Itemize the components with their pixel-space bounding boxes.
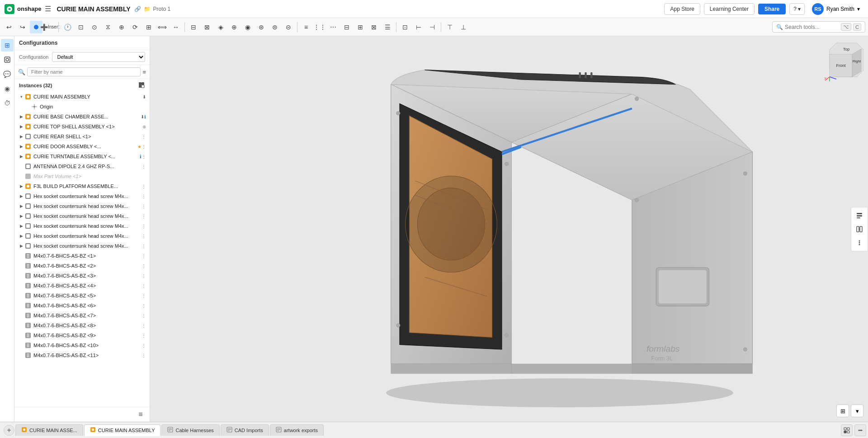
tree-item-bolt4[interactable]: M4x0.7-6-BHCS-AS-BZ <4> ⋮: [14, 281, 150, 291]
panel-btn-2[interactable]: [853, 223, 866, 235]
dots-bolt11[interactable]: ⋮: [142, 353, 146, 358]
bottom-btn-1[interactable]: [841, 424, 853, 436]
tool-btn-8[interactable]: ↔: [170, 21, 182, 33]
search-tools-input[interactable]: [785, 24, 839, 30]
clock-button[interactable]: 🕐: [61, 21, 74, 33]
dots-turntable[interactable]: ⋮: [142, 154, 146, 159]
dots-bolt5[interactable]: ⋮: [142, 293, 146, 298]
config-select[interactable]: Default: [52, 52, 145, 62]
tool-btn-27[interactable]: ⊤: [443, 21, 456, 33]
dots-bolt9[interactable]: ⋮: [142, 333, 146, 338]
tool-btn-13[interactable]: ◉: [241, 21, 254, 33]
dots-screw4[interactable]: ⋮: [142, 224, 146, 229]
tool-btn-2[interactable]: ⊙: [88, 21, 101, 33]
tool-btn-7[interactable]: ⟺: [156, 21, 169, 33]
tree-item-bolt11[interactable]: M4x0.7-6-BHCS-AS-BZ <11> ⋮: [14, 350, 150, 360]
history-sidebar-icon[interactable]: ⏱: [1, 97, 14, 109]
badge-gold-door[interactable]: ★: [137, 144, 142, 149]
dots-bolt8[interactable]: ⋮: [142, 323, 146, 328]
dots-bolt2[interactable]: ⋮: [142, 264, 146, 268]
tool-btn-3[interactable]: ⧖: [102, 21, 114, 33]
tree-item-bolt1[interactable]: M4x0.7-6-BHCS-AS-BZ <1> ⋮: [14, 251, 150, 261]
panel-btn-3[interactable]: [853, 236, 866, 249]
tool-btn-10[interactable]: ⊠: [201, 21, 213, 33]
tool-btn-20[interactable]: ⊟: [340, 21, 353, 33]
dots-antenna[interactable]: ⋮: [142, 164, 146, 169]
viewport-btn-1[interactable]: ⊞: [836, 405, 849, 417]
tool-btn-16[interactable]: ⊝: [282, 21, 295, 33]
tree-item-f3l[interactable]: ▶ F3L BUILD PLATFORM ASSEMBLE... ⋮: [14, 181, 150, 191]
tool-btn-24[interactable]: ⊡: [399, 21, 411, 33]
tab-curie-main-asm[interactable]: CURIE MAIN ASSE...: [15, 424, 83, 436]
insert-button[interactable]: ➕ Insert: [43, 21, 56, 33]
tab-cad-imports[interactable]: CAD Imports: [221, 424, 269, 436]
dots-f3l[interactable]: ⋮: [142, 184, 146, 189]
dots-bolt7[interactable]: ⋮: [142, 313, 146, 318]
redo-button[interactable]: ↪: [16, 21, 29, 33]
tool-btn-25[interactable]: ⊢: [412, 21, 425, 33]
tree-item-door-assembly[interactable]: ▶ CURIE DOOR ASSEMBLY <... ★ ⋮: [14, 141, 150, 151]
dots-bolt6[interactable]: ⋮: [142, 303, 146, 308]
panel-list-view-btn[interactable]: ≡: [135, 409, 146, 420]
comments-sidebar-icon[interactable]: 💬: [1, 68, 14, 80]
dots-screw3[interactable]: ⋮: [142, 214, 146, 219]
tree-item-bolt3[interactable]: M4x0.7-6-BHCS-AS-BZ <3> ⋮: [14, 271, 150, 281]
dots-screw1[interactable]: ⋮: [142, 194, 146, 199]
search-tools[interactable]: 🔍 ⌥ C: [772, 21, 865, 33]
tree-item-antenna[interactable]: ANTENNA DIPOLE 2.4 GHZ RP-S... ⋮: [14, 161, 150, 171]
tree-item-top-shell[interactable]: ▶ CURIE TOP SHELL ASSEMBLY <1> ⊕: [14, 122, 150, 132]
tree-item-bolt9[interactable]: M4x0.7-6-BHCS-AS-BZ <9> ⋮: [14, 330, 150, 340]
tree-item-screw2[interactable]: ▶ Hex socket countersunk head screw M4x.…: [14, 201, 150, 211]
tool-btn-5[interactable]: ⟳: [129, 21, 142, 33]
bottom-btn-2[interactable]: [854, 424, 866, 436]
tool-btn-26[interactable]: ⊣: [426, 21, 439, 33]
filter-input[interactable]: [27, 67, 141, 76]
tree-item-max-part[interactable]: Max Part Volume <1>: [14, 171, 150, 181]
tree-item-screw4[interactable]: ▶ Hex socket countersunk head screw M4x.…: [14, 221, 150, 231]
tree-item-screw1[interactable]: ▶ Hex socket countersunk head screw M4x.…: [14, 191, 150, 201]
tool-btn-21[interactable]: ⊞: [354, 21, 367, 33]
learning-center-button[interactable]: Learning Center: [704, 3, 755, 15]
share-button[interactable]: Share: [758, 4, 786, 14]
tree-item-bolt8[interactable]: M4x0.7-6-BHCS-AS-BZ <8> ⋮: [14, 320, 150, 330]
assembly-sidebar-icon[interactable]: [1, 53, 14, 66]
download-btn-root[interactable]: ⬇: [142, 94, 146, 99]
tool-btn-6[interactable]: ⊞: [142, 21, 155, 33]
tool-btn-11[interactable]: ◈: [214, 21, 227, 33]
tool-btn-18[interactable]: ⋮⋮: [313, 21, 326, 33]
tree-item-root[interactable]: ▾ CURIE MAIN ASSEMBLY ⬇: [14, 92, 150, 102]
tool-btn-15[interactable]: ⊜: [269, 21, 281, 33]
tool-btn-1[interactable]: ⊡: [75, 21, 87, 33]
tool-btn-23[interactable]: ☰: [381, 21, 394, 33]
tool-btn-14[interactable]: ⊛: [255, 21, 268, 33]
proto-label[interactable]: Proto 1: [153, 6, 171, 12]
dots-rear[interactable]: ⋮: [142, 134, 146, 139]
tab-artwork-exports[interactable]: artwork exports: [270, 424, 324, 436]
undo-button[interactable]: ↩: [3, 21, 15, 33]
download-btn-base[interactable]: ⬇: [141, 114, 144, 119]
tree-item-bolt2[interactable]: M4x0.7-6-BHCS-AS-BZ <2> ⋮: [14, 261, 150, 271]
tree-item-turntable[interactable]: ▶ CURIE TURNTABLE ASSEMBLY <... ℹ ⋮: [14, 151, 150, 161]
tool-btn-19[interactable]: ⋯: [327, 21, 340, 33]
dots-bolt10[interactable]: ⋮: [142, 343, 146, 348]
badge2-btn-top[interactable]: ⊕: [142, 124, 146, 129]
dots-bolt3[interactable]: ⋮: [142, 273, 146, 278]
tree-item-origin[interactable]: Origin: [14, 102, 150, 112]
tool-btn-22[interactable]: ⊠: [368, 21, 380, 33]
viewport-btn-2[interactable]: ▾: [851, 405, 863, 417]
list-view-icon[interactable]: ≡: [142, 69, 146, 75]
panel-btn-1[interactable]: [853, 209, 866, 222]
dots-bolt1[interactable]: ⋮: [142, 254, 146, 259]
tree-item-screw3[interactable]: ▶ Hex socket countersunk head screw M4x.…: [14, 211, 150, 221]
add-tab-button[interactable]: +: [4, 425, 14, 436]
tree-item-bolt5[interactable]: M4x0.7-6-BHCS-AS-BZ <5> ⋮: [14, 291, 150, 301]
user-menu[interactable]: RS Ryan Smith ▾: [808, 1, 863, 17]
hamburger-menu[interactable]: ☰: [45, 5, 51, 13]
help-button[interactable]: ? ▾: [789, 3, 805, 15]
appearances-sidebar-icon[interactable]: ◉: [1, 82, 14, 95]
tool-btn-17[interactable]: ≡: [300, 21, 312, 33]
dots-screw2[interactable]: ⋮: [142, 204, 146, 209]
info-btn-base[interactable]: ℹ: [144, 114, 146, 119]
tree-item-bolt7[interactable]: M4x0.7-6-BHCS-AS-BZ <7> ⋮: [14, 311, 150, 320]
dots-screw5[interactable]: ⋮: [142, 234, 146, 239]
